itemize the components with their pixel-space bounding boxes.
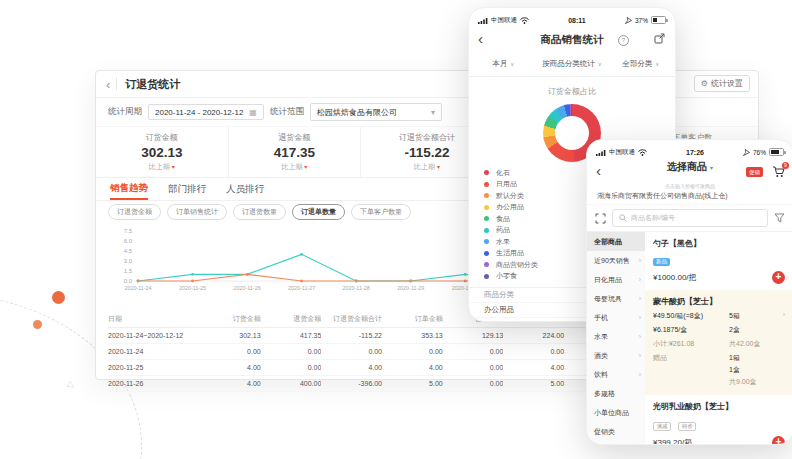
svg-text:2020-11-26: 2020-11-26 <box>233 285 260 291</box>
date-range-value: 2020-11-24 - 2020-12-12 <box>155 108 243 117</box>
phone-select-products: 中国联通 17:26 76% ‹ 选择商品 ▾ 点击输入价格可改商品 促销 9 … <box>586 139 792 445</box>
share-export-icon[interactable] <box>654 33 665 44</box>
promo-tag: 满减 <box>653 422 671 431</box>
back-icon[interactable]: ‹ <box>478 30 483 47</box>
table-cell: 4.00 <box>200 364 261 371</box>
back-icon[interactable]: ‹ <box>596 162 601 179</box>
table-cell: 0.00 <box>443 380 504 387</box>
chevron-right-icon: › <box>639 333 641 340</box>
chevron-right-icon: › <box>639 276 641 283</box>
sidebar-item-母婴玩具[interactable]: 母婴玩具› <box>587 289 645 308</box>
chevron-right-icon: › <box>639 371 641 378</box>
metric-pill[interactable]: 订单销售统计 <box>167 204 227 220</box>
promo-badge[interactable]: 促销 <box>746 167 763 177</box>
clock: 17:26 <box>686 149 704 156</box>
scope-select[interactable]: 松园烘焙食品有限公司 ▾ <box>310 103 442 121</box>
screen-subtitle: 点击输入价格可改商品 <box>665 183 715 189</box>
chevron-down-icon: ▾ <box>710 165 713 171</box>
legend-dot-icon <box>484 216 489 221</box>
table-cell: 0.00 <box>443 348 504 355</box>
legend-dot-icon <box>484 251 489 256</box>
tab-销售趋势[interactable]: 销售趋势 <box>110 178 148 200</box>
sidebar-item-label: 近90天销售 <box>594 256 630 266</box>
statistics-settings-button[interactable]: ⚙ 统计设置 <box>694 75 750 92</box>
legend-dot-icon <box>484 262 489 267</box>
sidebar-item-手机[interactable]: 手机› <box>587 308 645 327</box>
add-to-cart-button[interactable]: + <box>772 271 785 284</box>
help-icon[interactable]: ? <box>618 35 629 46</box>
sidebar-item-全部商品[interactable]: 全部商品 <box>587 232 645 251</box>
product-list: 勺子【黑色】 新品 ¥1000.00/把 + 蒙牛酸奶【芝士】 ¥49.50/箱… <box>645 232 792 445</box>
sidebar-item-日化用品[interactable]: 日化用品› <box>587 270 645 289</box>
box-quantity[interactable]: 5箱› <box>729 311 785 321</box>
filter-dropdown[interactable]: 本月 ∨ <box>469 52 538 76</box>
search-bar: 商品名称/编号 <box>587 205 792 232</box>
metric-pill[interactable]: 订退单数量 <box>292 204 345 220</box>
stat-card: 退货金额417.35比上期 ▾ <box>229 127 362 177</box>
table-cell: 0.00 <box>321 348 382 355</box>
table-cell: 2020-11-26 <box>108 380 200 387</box>
stat-card-sub: 比上期 ▾ <box>229 162 361 172</box>
product-name: 蒙牛酸奶【芝士】 <box>653 296 785 307</box>
product-item-expanded[interactable]: 蒙牛酸奶【芝士】 ¥49.50/箱(=8盒) 5箱› ¥6.1875/盒 2盒 … <box>645 290 792 395</box>
date-range-input[interactable]: 2020-11-24 - 2020-12-12 ▦ <box>148 104 264 120</box>
add-to-cart-button[interactable]: + <box>772 436 785 445</box>
signal-icon <box>596 149 606 156</box>
cart-button[interactable]: 9 <box>772 166 785 178</box>
trend-caret-icon: ▾ <box>304 164 307 170</box>
search-input[interactable]: 商品名称/编号 <box>612 209 768 227</box>
decorative-orange-dot-small <box>33 320 42 329</box>
sidebar-item-饮料[interactable]: 饮料› <box>587 365 645 384</box>
filter-dropdown[interactable]: 按商品分类统计 ∨ <box>538 52 607 76</box>
table-cell: 4.00 <box>382 364 443 371</box>
svg-text:1.5: 1.5 <box>124 268 133 274</box>
chevron-down-icon: ∨ <box>510 61 514 67</box>
sidebar-item-label: 促销类 <box>594 427 615 437</box>
product-tag: 新品 <box>653 258 670 266</box>
title-block[interactable]: 选择商品 ▾ 点击输入价格可改商品 <box>665 156 715 191</box>
calendar-icon: ▦ <box>249 108 257 117</box>
tab-部门排行[interactable]: 部门排行 <box>168 178 206 200</box>
scan-icon[interactable] <box>595 213 606 224</box>
filter-dropdown[interactable]: 全部分类 ∨ <box>606 52 675 76</box>
scope-value: 松园烘焙食品有限公司 <box>317 107 397 118</box>
price-per-box: ¥49.50/箱(=8盒) <box>653 311 703 321</box>
unit-quantity[interactable]: 2盒 <box>729 325 785 335</box>
metric-pill[interactable]: 订退货数量 <box>233 204 286 220</box>
product-name: 光明乳业酸奶【芝士】 <box>653 401 785 412</box>
metric-pill[interactable]: 下单客户数量 <box>351 204 411 220</box>
wifi-icon <box>638 149 647 156</box>
catalog-body: 全部商品近90天销售›日化用品›母婴玩具›手机›水果›酒类›饮料›多规格小单位商… <box>587 232 792 445</box>
table-cell: 224.00 <box>503 332 564 339</box>
filter-funnel-icon[interactable] <box>774 213 785 223</box>
column-header: 订货金额 <box>200 314 261 324</box>
sidebar-item-label: 日化用品 <box>594 275 622 285</box>
category-sidebar: 全部商品近90天销售›日化用品›母婴玩具›手机›水果›酒类›饮料›多规格小单位商… <box>587 232 645 445</box>
status-bar: 中国联通 08:11 37% <box>469 8 675 28</box>
category-name: 办公用品 <box>484 305 564 315</box>
svg-text:2020-11-28: 2020-11-28 <box>343 285 370 291</box>
svg-text:7.5: 7.5 <box>124 228 133 234</box>
svg-text:0.0: 0.0 <box>124 278 133 284</box>
product-item[interactable]: 勺子【黑色】 新品 ¥1000.00/把 + <box>653 232 785 290</box>
nav-bar: ‹ 商品销售统计 ? <box>469 28 675 52</box>
chevron-down-icon: ∨ <box>598 61 602 67</box>
product-item[interactable]: 光明乳业酸奶【芝士】 满减 特价 ¥399.20/箱 + <box>653 395 785 445</box>
tab-人员排行[interactable]: 人员排行 <box>226 178 264 200</box>
collapse-back-icon[interactable]: ‹ <box>106 78 110 91</box>
table-cell: 4.00 <box>200 380 261 387</box>
table-cell: 4.00 <box>503 364 564 371</box>
quantity-total: 共42.00盒 <box>729 339 785 349</box>
screen-title: 商品销售统计 <box>541 33 604 47</box>
metric-pill[interactable]: 订退货金额 <box>108 204 161 220</box>
sidebar-item-促销类[interactable]: 促销类 <box>587 422 645 441</box>
table-cell: 5.00 <box>382 380 443 387</box>
location-arrow-icon <box>625 17 632 24</box>
sidebar-item-酒类[interactable]: 酒类› <box>587 346 645 365</box>
sidebar-item-水果[interactable]: 水果› <box>587 327 645 346</box>
sidebar-item-多规格[interactable]: 多规格 <box>587 384 645 403</box>
sidebar-item-小单位商品[interactable]: 小单位商品 <box>587 403 645 422</box>
sidebar-item-label: 母婴玩具 <box>594 294 622 304</box>
table-cell: -115.22 <box>321 332 382 339</box>
sidebar-item-近90天销售[interactable]: 近90天销售› <box>587 251 645 270</box>
